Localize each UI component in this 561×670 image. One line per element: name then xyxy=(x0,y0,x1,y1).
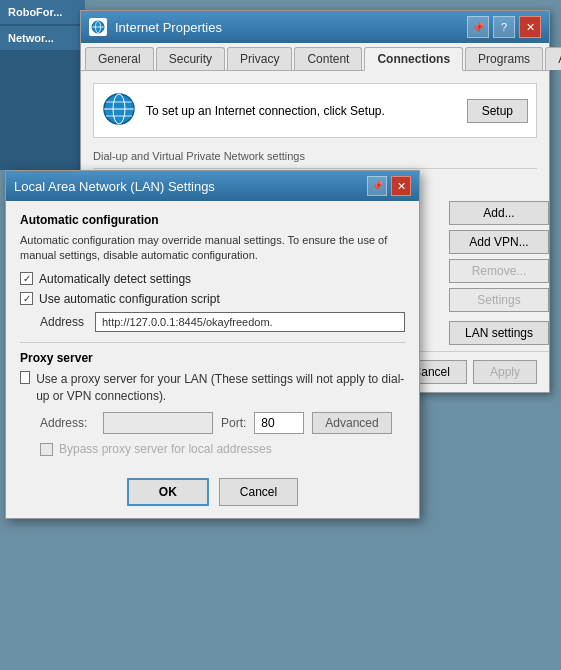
ie-window-title: Internet Properties xyxy=(115,20,222,35)
lan-settings-button[interactable]: LAN settings xyxy=(449,321,549,345)
port-input[interactable] xyxy=(254,412,304,434)
settings-button[interactable]: Settings xyxy=(449,288,549,312)
auto-detect-label: Automatically detect settings xyxy=(39,272,191,286)
ie-titlebar-left: Internet Properties xyxy=(89,18,222,36)
address-label: Address xyxy=(40,315,95,329)
auto-detect-checkbox[interactable] xyxy=(20,272,33,285)
lan-bottom-buttons: OK Cancel xyxy=(6,468,419,518)
tab-privacy[interactable]: Privacy xyxy=(227,47,292,70)
lan-cancel-button[interactable]: Cancel xyxy=(219,478,298,506)
bypass-row: Bypass proxy server for local addresses xyxy=(40,442,405,456)
remove-button[interactable]: Remove... xyxy=(449,259,549,283)
tab-general[interactable]: General xyxy=(85,47,154,70)
bypass-checkbox[interactable] xyxy=(40,443,53,456)
add-vpn-button[interactable]: Add VPN... xyxy=(449,230,549,254)
use-script-label: Use automatic configuration script xyxy=(39,292,220,306)
globe-icon xyxy=(102,92,136,129)
address-input[interactable] xyxy=(95,312,405,332)
divider xyxy=(20,342,405,343)
lan-dialog-title: Local Area Network (LAN) Settings xyxy=(14,179,215,194)
connection-setup-text: To set up an Internet connection, click … xyxy=(146,104,467,118)
lan-pin-button[interactable]: 📌 xyxy=(367,176,387,196)
tab-advanced[interactable]: Advanced xyxy=(545,47,561,70)
proxy-checkbox-label: Use a proxy server for your LAN (These s… xyxy=(36,371,405,405)
dialup-vpn-label: Dial-up and Virtual Private Network sett… xyxy=(93,146,537,169)
ie-right-buttons: Add... Add VPN... Remove... Settings xyxy=(449,201,549,312)
use-script-checkbox[interactable] xyxy=(20,292,33,305)
add-button[interactable]: Add... xyxy=(449,201,549,225)
ie-pin-button[interactable]: 📌 xyxy=(467,16,489,38)
proxy-section: Proxy server Use a proxy server for your… xyxy=(20,351,405,457)
ie-apply-button[interactable]: Apply xyxy=(473,360,537,384)
tab-content[interactable]: Content xyxy=(294,47,362,70)
tab-programs[interactable]: Programs xyxy=(465,47,543,70)
bypass-label: Bypass proxy server for local addresses xyxy=(59,442,272,456)
proxy-address-input[interactable] xyxy=(103,412,213,434)
proxy-address-label: Address: xyxy=(40,416,95,430)
lan-close-button[interactable]: ✕ xyxy=(391,176,411,196)
tab-security[interactable]: Security xyxy=(156,47,225,70)
connection-setup-box: To set up an Internet connection, click … xyxy=(93,83,537,138)
auto-config-desc: Automatic configuration may override man… xyxy=(20,233,405,264)
advanced-button[interactable]: Advanced xyxy=(312,412,391,434)
taskbar-item-roboform[interactable]: RoboFor... xyxy=(0,0,85,24)
lan-ok-button[interactable]: OK xyxy=(127,478,209,506)
taskbar-item-network[interactable]: Networ... xyxy=(0,26,85,50)
ie-tabs: General Security Privacy Content Connect… xyxy=(81,43,549,71)
ie-titlebar: Internet Properties 📌 ? ✕ xyxy=(81,11,549,43)
port-label: Port: xyxy=(221,416,246,430)
proxy-fields: Address: Port: Advanced xyxy=(40,412,405,434)
tab-connections[interactable]: Connections xyxy=(364,47,463,71)
ie-help-button[interactable]: ? xyxy=(493,16,515,38)
auto-config-header: Automatic configuration xyxy=(20,213,405,227)
ie-app-icon xyxy=(89,18,107,36)
lan-titlebar-buttons: 📌 ✕ xyxy=(367,176,411,196)
proxy-header: Proxy server xyxy=(20,351,405,365)
auto-config-address-row: Address xyxy=(40,312,405,332)
proxy-checkbox-row: Use a proxy server for your LAN (These s… xyxy=(20,371,405,405)
ie-close-button[interactable]: ✕ xyxy=(519,16,541,38)
taskbar-area: RoboFor... Networ... xyxy=(0,0,85,170)
use-script-row: Use automatic configuration script xyxy=(20,292,405,306)
lan-titlebar: Local Area Network (LAN) Settings 📌 ✕ xyxy=(6,171,419,201)
lan-settings-row: LAN settings xyxy=(449,315,549,351)
auto-detect-row: Automatically detect settings xyxy=(20,272,405,286)
proxy-checkbox[interactable] xyxy=(20,371,30,384)
lan-dialog: Local Area Network (LAN) Settings 📌 ✕ Au… xyxy=(5,170,420,519)
setup-button[interactable]: Setup xyxy=(467,99,528,123)
lan-content: Automatic configuration Automatic config… xyxy=(6,201,419,468)
ie-titlebar-buttons: 📌 ? ✕ xyxy=(467,16,541,38)
